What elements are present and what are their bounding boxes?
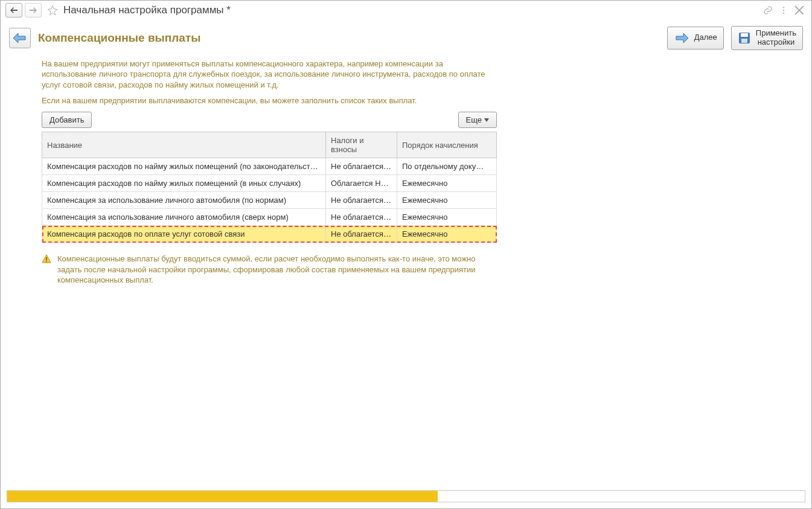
arrow-left-blue-icon <box>12 32 28 44</box>
intro-paragraph-2: Если на вашем предприятии выплачиваются … <box>42 95 497 106</box>
app-window: Начальная настройка программы * Компенса… <box>0 0 812 509</box>
svg-rect-4 <box>741 33 748 37</box>
cell-order: Ежемесячно <box>397 192 497 209</box>
svg-point-2 <box>783 12 784 13</box>
table-toolbar: Добавить Еще <box>42 112 497 128</box>
warning-text: Компенсационные выплаты будут вводиться … <box>57 254 497 286</box>
next-button-label: Далее <box>694 33 717 42</box>
nav-back-button[interactable] <box>5 3 22 18</box>
main-area: Компенсационные выплаты Далее Применитьн… <box>1 20 811 508</box>
chevron-down-icon <box>484 118 489 122</box>
more-vertical-icon[interactable] <box>779 5 788 15</box>
apply-settings-button[interactable]: Применитьнастройки <box>731 26 803 50</box>
svg-point-1 <box>783 10 784 11</box>
svg-point-0 <box>783 7 784 8</box>
favorite-star-icon[interactable] <box>46 4 59 16</box>
cell-name: Компенсация за использование личного авт… <box>42 192 326 209</box>
page-heading: Компенсационные выплаты <box>38 31 660 45</box>
intro-paragraph-1: На вашем предприятии могут применяться в… <box>42 59 497 91</box>
nav-forward-button[interactable] <box>25 3 42 18</box>
cell-name: Компенсация расходов по найму жилых поме… <box>42 175 326 192</box>
table-row[interactable]: Компенсация расходов по оплате услуг сот… <box>42 226 497 243</box>
table-header-row: Название Налоги и взносы Порядок начисле… <box>42 132 497 158</box>
titlebar: Начальная настройка программы * <box>1 1 811 20</box>
wizard-back-button[interactable] <box>9 28 31 48</box>
warning-icon <box>42 254 51 264</box>
cell-name: Компенсация расходов по найму жилых поме… <box>42 158 326 175</box>
svg-rect-7 <box>46 261 47 262</box>
cell-taxes: Не облагается … <box>326 192 397 209</box>
cell-name: Компенсация расходов по оплате услуг сот… <box>42 226 326 243</box>
arrow-left-icon <box>10 7 18 13</box>
add-button[interactable]: Добавить <box>42 112 92 128</box>
progress-fill <box>7 491 438 502</box>
cell-order: Ежемесячно <box>397 226 497 243</box>
header-row: Компенсационные выплаты Далее Применитьн… <box>9 26 803 50</box>
next-button[interactable]: Далее <box>667 27 724 50</box>
titlebar-controls <box>763 5 804 15</box>
arrow-right-blue-icon <box>674 32 689 44</box>
cell-name: Компенсация за использование личного авт… <box>42 209 326 226</box>
arrow-right-icon <box>30 7 37 13</box>
apply-button-label: Применитьнастройки <box>756 29 796 47</box>
svg-rect-5 <box>741 39 747 43</box>
svg-rect-6 <box>46 257 47 260</box>
link-icon[interactable] <box>763 5 773 15</box>
cell-order: Ежемесячно <box>397 209 497 226</box>
progress-bar <box>7 490 805 502</box>
cell-taxes: Не облагается … <box>326 209 397 226</box>
table-row[interactable]: Компенсация расходов по найму жилых поме… <box>42 158 497 175</box>
table-row[interactable]: Компенсация расходов по найму жилых поме… <box>42 175 497 192</box>
table-row[interactable]: Компенсация за использование личного авт… <box>42 209 497 226</box>
content-column: На вашем предприятии могут применяться в… <box>42 59 497 286</box>
col-header-name[interactable]: Название <box>42 132 326 158</box>
cell-taxes: Не облагается … <box>326 226 397 243</box>
close-icon[interactable] <box>794 5 804 15</box>
cell-order: Ежемесячно <box>397 175 497 192</box>
cell-taxes: Не облагается … <box>326 158 397 175</box>
cell-taxes: Облагается НД… <box>326 175 397 192</box>
col-header-order[interactable]: Порядок начисления <box>397 132 497 158</box>
warning-note: Компенсационные выплаты будут вводиться … <box>42 254 497 286</box>
more-button[interactable]: Еще <box>458 112 497 128</box>
table-row[interactable]: Компенсация за использование личного авт… <box>42 192 497 209</box>
compensation-table: Название Налоги и взносы Порядок начисле… <box>42 132 497 243</box>
cell-order: По отдельному доку… <box>397 158 497 175</box>
save-icon <box>738 31 751 45</box>
intro-text: На вашем предприятии могут применяться в… <box>42 59 497 106</box>
col-header-taxes[interactable]: Налоги и взносы <box>326 132 397 158</box>
window-title: Начальная настройка программы * <box>63 4 761 16</box>
